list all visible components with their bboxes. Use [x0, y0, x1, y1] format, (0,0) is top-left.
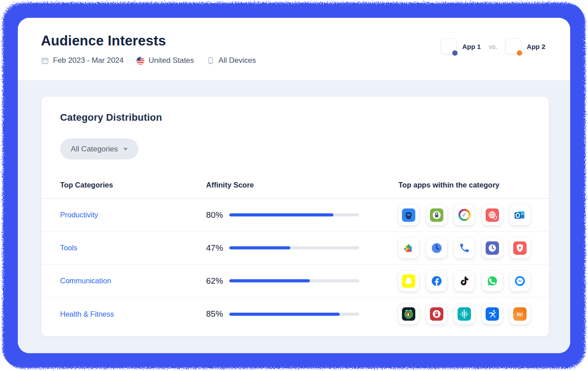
date-range-filter[interactable]: Feb 2023 - Mar 2024: [41, 56, 124, 65]
applock-green-icon: [430, 208, 443, 222]
card-title: Category Distribution: [60, 112, 549, 123]
app-compare-widget: App 1 vs. App 2: [441, 38, 545, 54]
app-icon[interactable]: [454, 304, 474, 324]
play-services-icon: [402, 241, 415, 255]
category-filter-dropdown[interactable]: All Categories: [60, 139, 138, 159]
affinity-score-value: 85%: [206, 309, 229, 319]
affinity-bar-track: [229, 246, 359, 249]
country-filter[interactable]: United States: [136, 56, 194, 65]
affinity-score-cell: 80%: [206, 210, 398, 220]
whatsapp-icon: [486, 274, 499, 288]
clock-blue-icon: [430, 241, 443, 255]
affinity-bar-track: [229, 313, 359, 316]
vs-label: vs.: [489, 43, 497, 50]
us-flag-icon: [136, 57, 145, 65]
app-icon[interactable]: [454, 271, 474, 291]
top-apps-cell: ✓: [398, 205, 530, 225]
chevron-down-icon: [123, 148, 128, 151]
app-icon[interactable]: [482, 205, 503, 225]
affinity-score-value: 80%: [206, 210, 229, 220]
app-icon[interactable]: [398, 238, 419, 258]
app-icon[interactable]: [398, 304, 419, 324]
app-icon[interactable]: [426, 304, 447, 324]
table-header-row: Top Categories Affinity Score Top apps w…: [41, 181, 549, 199]
column-header-top-apps: Top apps within the category: [398, 181, 530, 189]
app2-color-dot: [517, 50, 522, 56]
shield-red-icon: [513, 241, 527, 255]
myfitnesspal-icon: [486, 307, 499, 321]
country-label: United States: [149, 56, 194, 65]
app-icon[interactable]: [510, 271, 530, 291]
mobile-device-icon: [207, 57, 215, 65]
affinity-bar-track: [229, 213, 359, 216]
page-title: Audience Interests: [41, 33, 256, 49]
affinity-bar-fill: [229, 246, 290, 249]
app-icon[interactable]: [510, 205, 530, 225]
affinity-score-cell: 62%: [206, 276, 398, 286]
ring-check-icon: ✓: [458, 209, 470, 221]
category-filter-label: All Categories: [71, 145, 118, 154]
affinity-bar-fill: [229, 313, 340, 316]
snapchat-icon: [402, 274, 415, 288]
app-icon[interactable]: [398, 205, 419, 225]
clock-indigo-icon: [486, 241, 499, 255]
date-range-label: Feb 2023 - Mar 2024: [53, 56, 124, 65]
filters-row: Feb 2023 - Mar 2024 United States All De…: [41, 56, 256, 65]
category-link[interactable]: Communication: [60, 277, 206, 285]
tiktok-icon: [459, 275, 470, 286]
table-row: Health & Fitness 85% fit!: [41, 298, 549, 330]
table-row: Productivity 80% ✓: [41, 199, 549, 232]
app-icon[interactable]: fit!: [510, 304, 530, 324]
column-header-categories: Top Categories: [60, 181, 206, 189]
facebook-icon: [430, 274, 443, 288]
app-icon[interactable]: [482, 238, 503, 258]
category-link[interactable]: Health & Fitness: [60, 310, 206, 318]
fitbit-icon: [458, 307, 471, 321]
content-area: Category Distribution All Categories Top…: [18, 80, 570, 353]
fit-orange-icon: fit!: [513, 307, 527, 321]
sleep-alarm-icon: [402, 307, 415, 321]
app1-color-dot: [452, 50, 458, 56]
calendar-icon: [41, 57, 49, 65]
app-window: Audience Interests Feb 2023 - Mar 2024 U…: [18, 18, 570, 353]
title-block: Audience Interests Feb 2023 - Mar 2024 U…: [41, 33, 256, 65]
top-apps-cell: fit!: [398, 304, 530, 324]
category-link[interactable]: Tools: [60, 244, 206, 252]
layers-blue-icon: [402, 208, 415, 222]
top-apps-cell: [398, 271, 530, 291]
app-icon[interactable]: [426, 205, 447, 225]
top-apps-cell: [398, 238, 530, 258]
app-icon[interactable]: [454, 238, 474, 258]
affinity-bar-fill: [229, 279, 310, 282]
affinity-bar-track: [229, 279, 359, 282]
app-icon[interactable]: [510, 238, 530, 258]
app2-icon-placeholder[interactable]: [505, 38, 521, 54]
affinity-score-value: 47%: [206, 243, 229, 253]
app1-icon-placeholder[interactable]: [441, 38, 457, 54]
app-icon[interactable]: [426, 271, 447, 291]
table-row: Communication 62%: [41, 265, 549, 298]
header-bar: Audience Interests Feb 2023 - Mar 2024 U…: [18, 18, 570, 80]
table-row: Tools 47%: [41, 232, 549, 265]
app2-label: App 2: [527, 43, 545, 50]
messenger-icon: [513, 274, 527, 288]
affinity-score-value: 62%: [206, 276, 229, 286]
devices-label: All Devices: [219, 56, 256, 65]
app1-label: App 1: [462, 43, 481, 50]
outlook-icon: [513, 208, 527, 222]
affinity-score-cell: 47%: [206, 243, 398, 253]
phone-blue-icon: [459, 242, 470, 253]
svg-text:fit!: fit!: [517, 312, 523, 317]
lock-red-icon: [430, 307, 443, 321]
category-distribution-card: Category Distribution All Categories Top…: [41, 97, 549, 336]
app-icon[interactable]: [398, 271, 419, 291]
globe-shield-red-icon: [486, 208, 499, 222]
column-header-affinity: Affinity Score: [206, 181, 398, 189]
app-icon[interactable]: [482, 271, 503, 291]
app-icon[interactable]: [426, 238, 447, 258]
app-icon[interactable]: [482, 304, 503, 324]
affinity-score-cell: 85%: [206, 309, 398, 319]
devices-filter[interactable]: All Devices: [207, 56, 256, 65]
category-link[interactable]: Productivity: [60, 211, 206, 219]
app-icon[interactable]: ✓: [454, 205, 474, 225]
